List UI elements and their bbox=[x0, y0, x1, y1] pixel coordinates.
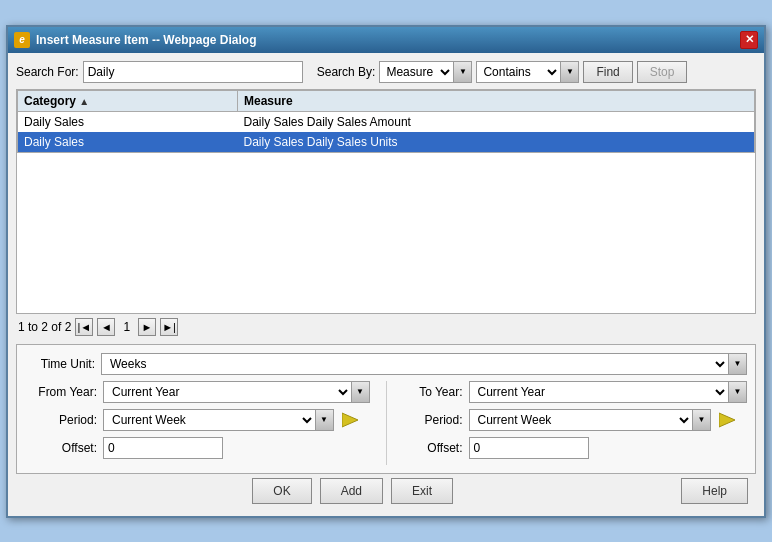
from-year-label: From Year: bbox=[25, 385, 97, 399]
last-page-button[interactable]: ►| bbox=[160, 318, 178, 336]
time-unit-arrow[interactable]: ▼ bbox=[728, 354, 746, 374]
period-left-dropdown[interactable]: Current Week Last Week 2 Weeks Ago ▼ bbox=[103, 409, 334, 431]
period-left-arrow[interactable]: ▼ bbox=[315, 410, 333, 430]
window-icon: e bbox=[14, 32, 30, 48]
close-button[interactable]: ✕ bbox=[740, 31, 758, 49]
period-right-arrow[interactable]: ▼ bbox=[692, 410, 710, 430]
current-page: 1 bbox=[119, 320, 134, 334]
measure-column-header[interactable]: Measure bbox=[238, 90, 755, 111]
from-year-row: From Year: Current Year Last Year 2 Year… bbox=[25, 381, 370, 403]
svg-marker-1 bbox=[719, 413, 735, 427]
contains-arrow[interactable]: ▼ bbox=[560, 62, 578, 82]
table-cell-measure: Daily Sales Daily Sales Units bbox=[238, 132, 755, 153]
right-column: To Year: Current Year Last Year 2 Years … bbox=[403, 381, 748, 465]
title-bar: e Insert Measure Item -- Webpage Dialog … bbox=[8, 27, 764, 53]
first-page-button[interactable]: |◄ bbox=[75, 318, 93, 336]
results-table: Category ▲ Measure Daily Sales Daily Sal… bbox=[17, 90, 755, 153]
period-right-row: Period: Current Week Last Week 2 Weeks A… bbox=[403, 409, 748, 431]
help-button[interactable]: Help bbox=[681, 478, 748, 504]
two-col-section: From Year: Current Year Last Year 2 Year… bbox=[25, 381, 747, 465]
results-area: Category ▲ Measure Daily Sales Daily Sal… bbox=[16, 89, 756, 314]
main-window: e Insert Measure Item -- Webpage Dialog … bbox=[6, 25, 766, 518]
time-unit-dropdown[interactable]: Weeks Days Months ▼ bbox=[101, 353, 747, 375]
footer: OK Add Exit Help bbox=[16, 474, 756, 508]
offset-left-input[interactable] bbox=[103, 437, 223, 459]
to-year-row: To Year: Current Year Last Year 2 Years … bbox=[403, 381, 748, 403]
from-year-arrow[interactable]: ▼ bbox=[351, 382, 369, 402]
right-arrow-decoration bbox=[719, 409, 747, 431]
table-row[interactable]: Daily Sales Daily Sales Daily Sales Unit… bbox=[18, 132, 755, 153]
offset-left-label: Offset: bbox=[25, 441, 97, 455]
search-row: Search For: Search By: Measure Category … bbox=[16, 61, 756, 83]
search-for-label: Search For: bbox=[16, 65, 79, 79]
period-right-dropdown[interactable]: Current Week Last Week 2 Weeks Ago ▼ bbox=[469, 409, 712, 431]
title-bar-left: e Insert Measure Item -- Webpage Dialog bbox=[14, 32, 257, 48]
search-by-dropdown[interactable]: Measure Category ▼ bbox=[379, 61, 472, 83]
period-left-select[interactable]: Current Week Last Week 2 Weeks Ago bbox=[104, 411, 315, 429]
to-year-label: To Year: bbox=[403, 385, 463, 399]
bottom-section: Time Unit: Weeks Days Months ▼ From Year bbox=[16, 344, 756, 474]
window-body: Search For: Search By: Measure Category … bbox=[8, 53, 764, 516]
table-cell-measure: Daily Sales Daily Sales Amount bbox=[238, 111, 755, 132]
ok-button[interactable]: OK bbox=[252, 478, 311, 504]
sort-arrow: ▲ bbox=[79, 96, 89, 107]
table-cell-category: Daily Sales bbox=[18, 111, 238, 132]
period-right-label: Period: bbox=[403, 413, 463, 427]
period-left-row: Period: Current Week Last Week 2 Weeks A… bbox=[25, 409, 370, 431]
search-input[interactable] bbox=[83, 61, 303, 83]
stop-button[interactable]: Stop bbox=[637, 61, 688, 83]
pagination-summary: 1 to 2 of 2 bbox=[18, 320, 71, 334]
left-arrow-decoration bbox=[342, 409, 370, 431]
period-left-label: Period: bbox=[25, 413, 97, 427]
offset-right-label: Offset: bbox=[403, 441, 463, 455]
next-page-button[interactable]: ► bbox=[138, 318, 156, 336]
svg-marker-0 bbox=[342, 413, 358, 427]
to-year-dropdown[interactable]: Current Year Last Year 2 Years Ago ▼ bbox=[469, 381, 748, 403]
empty-results-area bbox=[17, 153, 755, 313]
footer-center-buttons: OK Add Exit bbox=[24, 478, 681, 504]
period-right-select[interactable]: Current Week Last Week 2 Weeks Ago bbox=[470, 411, 693, 429]
add-button[interactable]: Add bbox=[320, 478, 383, 504]
from-year-select[interactable]: Current Year Last Year 2 Years Ago bbox=[104, 383, 351, 401]
prev-page-button[interactable]: ◄ bbox=[97, 318, 115, 336]
offset-left-row: Offset: bbox=[25, 437, 370, 459]
contains-dropdown[interactable]: Contains Starts With Equals ▼ bbox=[476, 61, 579, 83]
search-by-select[interactable]: Measure Category bbox=[380, 63, 453, 81]
search-by-label: Search By: bbox=[317, 65, 376, 79]
category-column-header[interactable]: Category ▲ bbox=[18, 90, 238, 111]
table-cell-category: Daily Sales bbox=[18, 132, 238, 153]
contains-select[interactable]: Contains Starts With Equals bbox=[477, 63, 560, 81]
offset-right-input[interactable] bbox=[469, 437, 589, 459]
left-column: From Year: Current Year Last Year 2 Year… bbox=[25, 381, 370, 465]
pagination-row: 1 to 2 of 2 |◄ ◄ 1 ► ►| bbox=[16, 314, 756, 340]
window-title: Insert Measure Item -- Webpage Dialog bbox=[36, 33, 257, 47]
to-year-select[interactable]: Current Year Last Year 2 Years Ago bbox=[470, 383, 729, 401]
offset-right-row: Offset: bbox=[403, 437, 748, 459]
time-unit-row: Time Unit: Weeks Days Months ▼ bbox=[25, 353, 747, 375]
column-separator bbox=[386, 381, 387, 465]
search-by-arrow[interactable]: ▼ bbox=[453, 62, 471, 82]
time-unit-select[interactable]: Weeks Days Months bbox=[102, 355, 728, 373]
time-unit-label: Time Unit: bbox=[25, 357, 95, 371]
from-year-dropdown[interactable]: Current Year Last Year 2 Years Ago ▼ bbox=[103, 381, 370, 403]
exit-button[interactable]: Exit bbox=[391, 478, 453, 504]
find-button[interactable]: Find bbox=[583, 61, 632, 83]
table-row[interactable]: Daily Sales Daily Sales Daily Sales Amou… bbox=[18, 111, 755, 132]
to-year-arrow[interactable]: ▼ bbox=[728, 382, 746, 402]
